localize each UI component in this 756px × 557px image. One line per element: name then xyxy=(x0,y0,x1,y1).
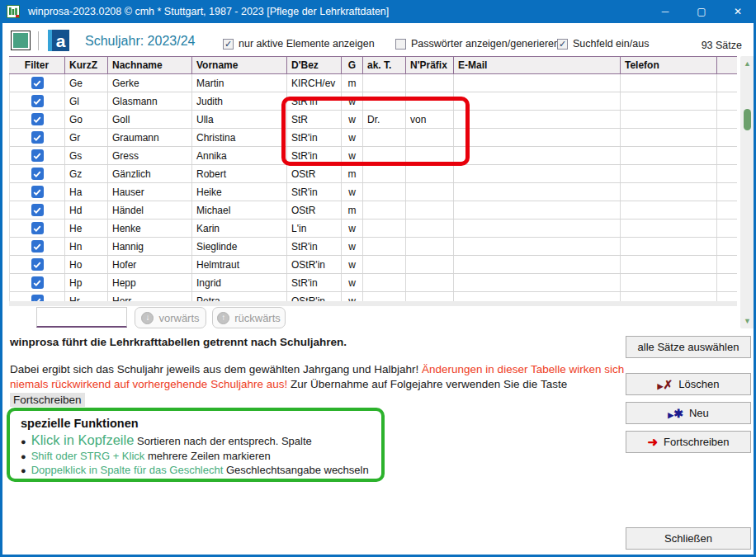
cell-dbez[interactable]: OStR'in xyxy=(287,256,342,273)
cell-dbez[interactable]: StR xyxy=(287,111,342,128)
row-filter-checkbox[interactable] xyxy=(31,77,44,89)
cell-npraefix[interactable] xyxy=(406,256,454,273)
table-row[interactable]: GlGlasmannJudithStR'inw xyxy=(10,92,737,111)
row-filter-checkbox[interactable] xyxy=(31,222,44,234)
cell-kurzz[interactable]: Ho xyxy=(65,256,108,273)
cell-vorname[interactable]: Robert xyxy=(192,165,287,182)
cell-ak_t[interactable] xyxy=(363,165,406,182)
checkbox-searchfield-box[interactable]: ✓ xyxy=(557,39,568,50)
cell-telefon[interactable] xyxy=(621,292,717,301)
cell-npraefix[interactable] xyxy=(406,219,454,237)
table-row[interactable]: GoGollUllaStRwDr.von xyxy=(10,111,737,129)
cell-g[interactable]: m xyxy=(342,165,363,182)
cell-dbez[interactable]: StR'in xyxy=(287,238,342,255)
cell-dbez[interactable]: StR'in xyxy=(287,129,342,146)
cell-npraefix[interactable] xyxy=(406,165,454,182)
cell-g[interactable]: m xyxy=(342,74,363,92)
cell-email[interactable] xyxy=(454,256,621,273)
cell-email[interactable] xyxy=(454,129,621,146)
cell-ak_t[interactable] xyxy=(363,238,406,255)
cell-telefon[interactable] xyxy=(621,219,717,237)
table-row[interactable]: HeHenkeKarinL'inw xyxy=(10,219,737,238)
cell-g[interactable]: w xyxy=(342,256,363,273)
row-filter-checkbox[interactable] xyxy=(31,168,44,180)
cell-vorname[interactable]: Karin xyxy=(192,219,287,237)
scrollbar-thumb[interactable] xyxy=(744,109,751,130)
cell-email[interactable] xyxy=(454,111,621,128)
cell-email[interactable] xyxy=(454,201,621,219)
cell-telefon[interactable] xyxy=(621,129,717,146)
cell-vorname[interactable]: Helmtraut xyxy=(192,256,287,273)
column-header-telefon[interactable]: Telefon xyxy=(621,57,717,73)
cell-ak_t[interactable] xyxy=(363,183,406,201)
cell-kurzz[interactable]: Ha xyxy=(65,183,108,201)
cell-npraefix[interactable] xyxy=(406,129,454,146)
cell-vorname[interactable]: Michael xyxy=(192,201,287,219)
row-filter-checkbox[interactable] xyxy=(31,240,44,253)
column-header-email[interactable]: E-Mail xyxy=(454,57,621,73)
column-header-kurzz[interactable]: KurzZ xyxy=(65,57,108,73)
cell-email[interactable] xyxy=(454,238,621,255)
cell-kurzz[interactable]: Hn xyxy=(65,238,108,255)
cell-dbez[interactable]: OStR'in xyxy=(287,292,342,301)
cell-nachname[interactable]: Henke xyxy=(108,219,192,237)
checkbox-active-elements-box[interactable]: ✓ xyxy=(223,39,234,50)
row-filter-checkbox[interactable] xyxy=(31,131,44,144)
table-row[interactable]: GsGressAnnikaStR'inw xyxy=(10,147,737,165)
cell-npraefix[interactable] xyxy=(406,274,454,291)
search-backward-button[interactable]: ↑ rückwärts xyxy=(212,307,286,328)
minimize-button[interactable]: ─ xyxy=(647,0,683,23)
close-icon[interactable]: ✕ xyxy=(720,0,756,23)
cell-kurzz[interactable]: Hd xyxy=(65,201,108,219)
column-header-npraefix[interactable]: N'Präfix xyxy=(406,57,454,73)
cell-dbez[interactable]: OStR xyxy=(287,201,342,219)
cell-nachname[interactable]: Hepp xyxy=(108,274,192,291)
cell-ak_t[interactable] xyxy=(363,256,406,273)
table-row[interactable]: HdHändelMichaelOStRm xyxy=(10,201,737,219)
cell-nachname[interactable]: Gerke xyxy=(108,74,192,92)
cell-g[interactable]: w xyxy=(342,111,363,128)
cell-ak_t[interactable] xyxy=(363,292,406,301)
cell-npraefix[interactable] xyxy=(406,292,454,301)
row-filter-checkbox[interactable] xyxy=(31,258,44,271)
table-row[interactable]: HpHeppIngridStR'inw xyxy=(10,274,737,292)
cell-telefon[interactable] xyxy=(621,111,717,128)
cell-npraefix[interactable] xyxy=(406,147,454,164)
checkbox-active-elements[interactable]: ✓ nur aktive Elemente anzeigen xyxy=(223,38,375,50)
cell-npraefix[interactable] xyxy=(406,92,454,110)
column-header-vorname[interactable]: Vorname xyxy=(192,57,287,73)
cell-vorname[interactable]: Sieglinde xyxy=(192,238,287,255)
table-row[interactable]: HrHerrPetraOStR'inw xyxy=(10,292,737,301)
cell-telefon[interactable] xyxy=(621,256,717,273)
table-row[interactable]: HaHauserHeikeStR'inw xyxy=(10,183,737,201)
cell-g[interactable]: w xyxy=(342,292,363,301)
cell-vorname[interactable]: Christina xyxy=(192,129,287,146)
cell-kurzz[interactable]: Gl xyxy=(65,92,108,110)
column-header-filter[interactable]: Filter xyxy=(9,57,65,73)
cell-nachname[interactable]: Händel xyxy=(108,201,192,219)
cell-nachname[interactable]: Glasmann xyxy=(108,92,192,110)
cell-telefon[interactable] xyxy=(621,201,717,219)
cell-dbez[interactable]: StR'in xyxy=(287,183,342,201)
cell-telefon[interactable] xyxy=(621,274,717,291)
cell-nachname[interactable]: Gänzlich xyxy=(108,165,192,182)
cell-telefon[interactable] xyxy=(621,92,717,110)
cell-vorname[interactable]: Judith xyxy=(192,92,287,110)
a-logo-icon[interactable]: a xyxy=(48,30,69,51)
cell-kurzz[interactable]: Ge xyxy=(65,74,108,92)
cell-nachname[interactable]: Hauser xyxy=(108,183,192,201)
table-row[interactable]: HnHannigSieglindeStR'inw xyxy=(10,238,737,256)
cell-email[interactable] xyxy=(454,92,621,110)
cell-email[interactable] xyxy=(454,74,621,92)
cell-npraefix[interactable] xyxy=(406,201,454,219)
cell-nachname[interactable]: Hofer xyxy=(108,256,192,273)
search-forward-button[interactable]: ↓ vorwärts xyxy=(135,307,206,328)
column-header-dbez[interactable]: D'Bez xyxy=(287,57,342,73)
row-filter-checkbox[interactable] xyxy=(31,204,44,216)
cell-dbez[interactable]: StR'in xyxy=(287,147,342,164)
cell-ak_t[interactable] xyxy=(363,129,406,146)
cell-ak_t[interactable] xyxy=(363,201,406,219)
cell-email[interactable] xyxy=(454,219,621,237)
select-all-button[interactable]: alle Sätze auswählen xyxy=(626,336,751,358)
cell-vorname[interactable]: Ingrid xyxy=(192,274,287,291)
